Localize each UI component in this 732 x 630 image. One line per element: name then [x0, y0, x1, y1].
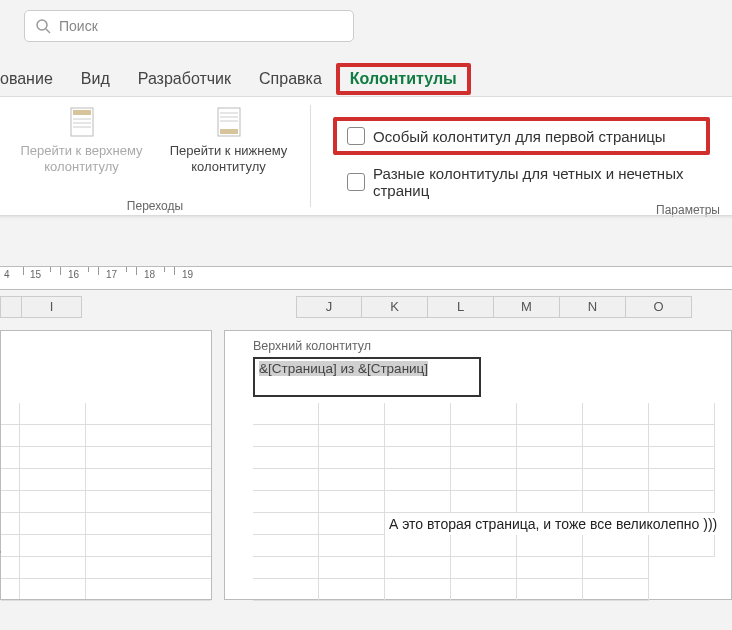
col-header-M[interactable]: M [494, 296, 560, 318]
svg-line-1 [46, 29, 50, 33]
col-gap [82, 296, 296, 318]
svg-rect-11 [220, 129, 238, 134]
column-headers: I J K L M N O [0, 296, 732, 318]
svg-rect-3 [73, 110, 91, 115]
col-header-I[interactable]: I [22, 296, 82, 318]
goto-footer-label: Перейти к нижнему колонтитулу [159, 143, 298, 174]
different-first-page-checkbox[interactable]: Особый колонтитул для первой страницы [333, 117, 710, 155]
tab-partial[interactable]: ование [0, 64, 67, 94]
group-options-label: Параметры [323, 199, 720, 217]
tab-header-footer-highlight: Колонтитулы [336, 63, 471, 95]
cell-content[interactable]: А это вторая страница, и тоже все велико… [385, 515, 721, 533]
page-right[interactable]: Верхний колонтитул &[Страница] из &[Стра… [224, 330, 732, 600]
different-first-page-label: Особый колонтитул для первой страницы [373, 128, 666, 145]
search-icon [35, 18, 51, 34]
worksheet-area: Верхний колонтитул &[Страница] из &[Стра… [0, 330, 732, 600]
search-input[interactable]: Поиск [24, 10, 354, 42]
different-odd-even-checkbox[interactable]: Разные колонтитулы для четных и нечетных… [333, 165, 710, 199]
ruler-num: 17 [106, 269, 117, 280]
checkbox-icon [347, 173, 365, 191]
ruler-num: 18 [144, 269, 155, 280]
page-left[interactable] [0, 330, 212, 600]
goto-header-button[interactable]: Перейти к верхнему колонтитулу [12, 103, 151, 195]
header-icon [68, 105, 96, 139]
tab-view[interactable]: Вид [67, 64, 124, 94]
ruler-num: 16 [68, 269, 79, 280]
different-odd-even-label: Разные колонтитулы для четных и нечетных… [373, 165, 710, 199]
rowcol-corner[interactable] [0, 296, 22, 318]
svg-point-0 [37, 20, 47, 30]
col-header-N[interactable]: N [560, 296, 626, 318]
group-navigation-label: Переходы [12, 195, 298, 213]
row-marker-icon [0, 547, 1, 557]
col-header-K[interactable]: K [362, 296, 428, 318]
ribbon: Перейти к верхнему колонтитулу Перейти к… [0, 96, 732, 216]
search-placeholder: Поиск [59, 18, 98, 34]
col-header-L[interactable]: L [428, 296, 494, 318]
col-header-O[interactable]: O [626, 296, 692, 318]
header-area-label: Верхний колонтитул [253, 339, 371, 353]
horizontal-ruler[interactable]: 4 15 16 17 18 19 [0, 266, 732, 290]
checkbox-icon [347, 127, 365, 145]
footer-icon [215, 105, 243, 139]
col-header-J[interactable]: J [296, 296, 362, 318]
ruler-num: 15 [30, 269, 41, 280]
tab-help[interactable]: Справка [245, 64, 336, 94]
header-edit-box[interactable]: &[Страница] из &[Страниц] [253, 357, 481, 397]
tab-developer[interactable]: Разработчик [124, 64, 245, 94]
ruler-num: 4 [4, 269, 10, 280]
goto-header-label: Перейти к верхнему колонтитулу [12, 143, 151, 174]
ribbon-tabs: ование Вид Разработчик Справка Колонтиту… [0, 62, 732, 96]
tab-header-footer[interactable]: Колонтитулы [350, 70, 457, 88]
goto-footer-button[interactable]: Перейти к нижнему колонтитулу [159, 103, 298, 195]
ruler-num: 19 [182, 269, 193, 280]
header-code-text: &[Страница] из &[Страниц] [259, 361, 428, 376]
